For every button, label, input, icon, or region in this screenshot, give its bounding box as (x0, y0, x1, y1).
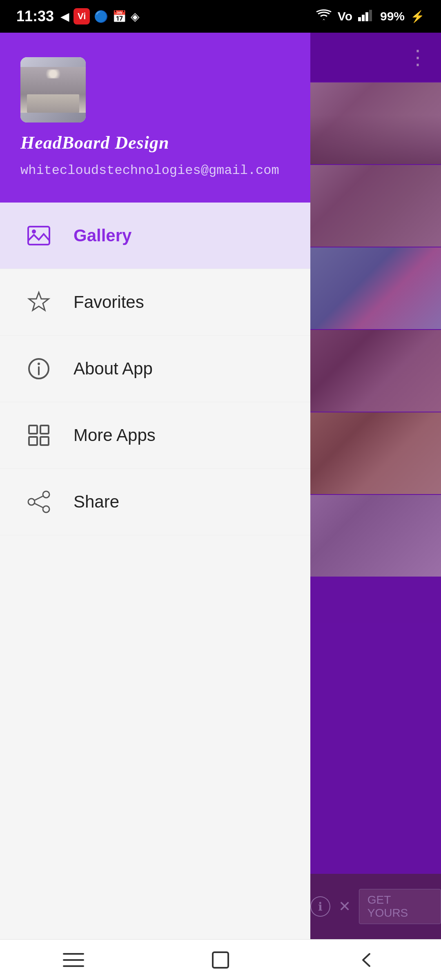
share-label: Share (74, 492, 119, 512)
star-icon (24, 288, 53, 316)
grid-icon (24, 421, 53, 450)
nav-item-favorites[interactable]: Favorites (0, 269, 310, 336)
svg-rect-21 (213, 952, 228, 968)
status-left: 11:33 ◀ Vi 🔵 📅 ◈ (16, 8, 140, 25)
drawer-nav: Gallery Favorites (0, 203, 310, 939)
app-email: whitecloudstechnologies@gmail.com (20, 163, 290, 178)
status-right: Vo 99% ⚡ (316, 9, 425, 24)
gallery-icon (24, 221, 53, 250)
calendar-icon: 📅 (112, 10, 127, 23)
svg-point-15 (43, 506, 49, 512)
svg-point-13 (43, 491, 49, 498)
drawer-header: HeadBoard Design whitecloudstechnologies… (0, 33, 310, 203)
more-options-button[interactable]: ⋮ (408, 45, 429, 69)
content-header: ⋮ (310, 33, 441, 82)
status-icons: ◀ Vi 🔵 📅 ◈ (60, 8, 140, 24)
bottom-nav (0, 939, 441, 980)
share-icon (24, 488, 53, 516)
bitmoji-icon: 🔵 (94, 10, 108, 23)
ad-close-button[interactable]: ✕ (339, 898, 351, 915)
svg-rect-3 (369, 10, 372, 21)
gallery-label: Gallery (74, 226, 131, 245)
svg-line-16 (35, 496, 43, 500)
bedroom-image-5 (310, 412, 441, 494)
svg-rect-10 (40, 425, 49, 434)
status-bar: 11:33 ◀ Vi 🔵 📅 ◈ Vo 99% (0, 0, 441, 33)
layers-icon: ◈ (131, 10, 140, 23)
ad-banner: ℹ ✕ GET YOURS (310, 874, 441, 939)
svg-point-8 (38, 363, 40, 365)
drawer: HeadBoard Design whitecloudstechnologies… (0, 33, 310, 939)
signal-vo-text: Vo (338, 9, 352, 23)
back-button[interactable] (351, 948, 384, 972)
nav-item-more-apps[interactable]: More Apps (0, 402, 310, 469)
more-apps-label: More Apps (74, 425, 156, 445)
content-area: ⋮ ℹ ✕ GET YOURS (310, 33, 441, 939)
ad-get-yours-button[interactable]: GET YOURS (359, 889, 441, 924)
nav-item-about[interactable]: About App (0, 336, 310, 402)
svg-point-14 (28, 499, 35, 505)
app-logo (20, 57, 86, 122)
svg-line-17 (35, 503, 43, 508)
about-label: About App (74, 359, 153, 379)
svg-rect-1 (362, 15, 365, 21)
svg-rect-2 (365, 12, 368, 21)
bedroom-image-6 (310, 495, 441, 577)
nav-item-gallery[interactable]: Gallery (0, 203, 310, 269)
vi-icon: Vi (74, 8, 90, 24)
svg-rect-9 (29, 425, 37, 434)
chandelier-decoration (43, 69, 63, 78)
menu-button[interactable] (57, 948, 90, 972)
bedroom-image-2 (310, 165, 441, 247)
app-title: HeadBoard Design (20, 132, 290, 153)
wifi-icon (316, 9, 332, 24)
svg-rect-11 (29, 437, 37, 445)
svg-rect-0 (358, 17, 361, 21)
bedroom-image-1 (310, 82, 441, 164)
svg-rect-4 (28, 227, 49, 245)
home-button[interactable] (204, 948, 237, 972)
main-container: ⋮ ℹ ✕ GET YOURS (0, 33, 441, 939)
bedroom-image-4 (310, 330, 441, 412)
info-icon (24, 354, 53, 383)
battery-percent: 99% (380, 9, 405, 23)
signal-bars-icon (358, 9, 374, 24)
image-tiles (310, 82, 441, 577)
status-time: 11:33 (16, 8, 54, 25)
app-logo-bedroom (20, 67, 86, 113)
favorites-label: Favorites (74, 292, 144, 312)
bedroom-image-3 (310, 247, 441, 329)
ad-info-button[interactable]: ℹ (310, 896, 330, 917)
battery-icon: ⚡ (410, 10, 425, 23)
app-logo-inner (20, 57, 86, 122)
navigation-icon: ◀ (60, 10, 69, 23)
svg-rect-12 (40, 437, 49, 445)
svg-point-5 (32, 229, 36, 234)
nav-item-share[interactable]: Share (0, 469, 310, 535)
